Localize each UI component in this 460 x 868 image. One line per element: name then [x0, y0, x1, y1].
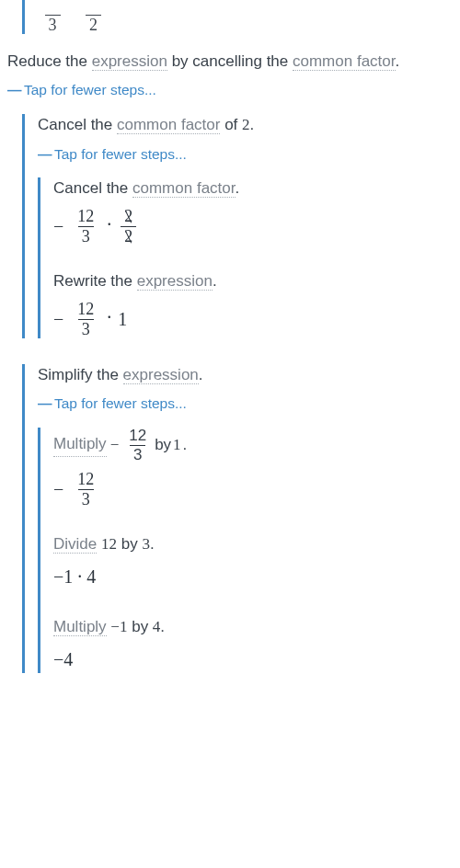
multiply-text: Multiply − 12 3 by 1.	[53, 428, 460, 463]
math-cancel: − 12 3 · 2 2	[53, 208, 460, 246]
term-expression-1[interactable]: expression	[92, 52, 167, 71]
s6-num: 12	[125, 428, 150, 445]
divide-text: Divide 12 by 3.	[53, 533, 460, 556]
m2-one: 1	[118, 306, 127, 333]
m2-num: 12	[74, 301, 98, 319]
frag-den-b: 2	[86, 15, 101, 34]
value-2: 2	[242, 116, 250, 133]
term-expression-2[interactable]: expression	[137, 272, 213, 291]
step-cancel-2-text: Cancel the common factor of 2.	[38, 114, 460, 137]
step-cancel-inner: Cancel the common factor. − 12 3 · 2 2 R…	[38, 177, 460, 338]
toggle-fewer-steps-2[interactable]: — Tap for fewer steps...	[38, 144, 460, 165]
minus-icon: —	[38, 144, 49, 165]
s8-a: −1	[110, 618, 127, 635]
term-common-factor-3[interactable]: common factor	[132, 179, 236, 198]
step-reduce-text: Reduce the expression by cancelling the …	[7, 51, 460, 74]
s6-den: 3	[130, 445, 145, 463]
math-mul1: − 12 3	[53, 471, 460, 508]
m2-den: 3	[78, 319, 94, 338]
term-expression-3[interactable]: expression	[123, 366, 199, 384]
step-reduce: Reduce the expression by cancelling the …	[7, 51, 460, 101]
m1-cnum: 2	[124, 208, 132, 225]
term-common-factor-1[interactable]: common factor	[293, 52, 396, 71]
math-div: −1 · 4	[53, 564, 460, 590]
s7-a: 12	[101, 535, 117, 553]
toggle-fewer-steps-1[interactable]: — Tap for fewer steps...	[7, 80, 460, 100]
toggle-fewer-steps-3[interactable]: — Tap for fewer steps...	[38, 394, 460, 414]
m1-den: 3	[78, 226, 94, 246]
step-cancel-2: Cancel the common factor of 2. — Tap for…	[22, 114, 460, 338]
math-final: −4	[53, 646, 460, 673]
term-common-factor-2[interactable]: common factor	[117, 116, 220, 134]
math-rewrite: − 12 3 · 1	[53, 301, 460, 338]
m1-num: 12	[74, 208, 98, 226]
toggle-label-1: Tap for fewer steps...	[24, 80, 156, 100]
m3-num: 12	[74, 471, 98, 489]
multiply2-text: Multiply −1 by 4.	[53, 616, 460, 639]
toggle-label-2: Tap for fewer steps...	[54, 144, 187, 165]
toggle-label-3: Tap for fewer steps...	[54, 394, 187, 414]
cancel-cf-text: Cancel the common factor.	[53, 177, 460, 200]
s7-b: 3	[142, 535, 150, 553]
frag-den-a: 3	[45, 15, 61, 34]
minus-icon: —	[7, 80, 18, 100]
m3-den: 3	[78, 489, 94, 508]
m1-cden: 2	[124, 228, 132, 246]
step-simplify-inner: Multiply − 12 3 by 1. − 12 3 Divide 12 b…	[38, 428, 460, 673]
simplify-text: Simplify the expression.	[38, 364, 460, 387]
s6-val: 1	[173, 434, 181, 457]
minus-icon: —	[38, 394, 49, 414]
term-multiply-1[interactable]: Multiply	[53, 433, 107, 457]
prev-step-fragment: 123 · 22	[22, 0, 460, 34]
term-divide[interactable]: Divide	[53, 535, 97, 554]
term-multiply-2[interactable]: Multiply	[53, 618, 107, 636]
step-simplify: Simplify the expression. — Tap for fewer…	[22, 364, 460, 673]
rewrite-text: Rewrite the expression.	[53, 270, 460, 293]
